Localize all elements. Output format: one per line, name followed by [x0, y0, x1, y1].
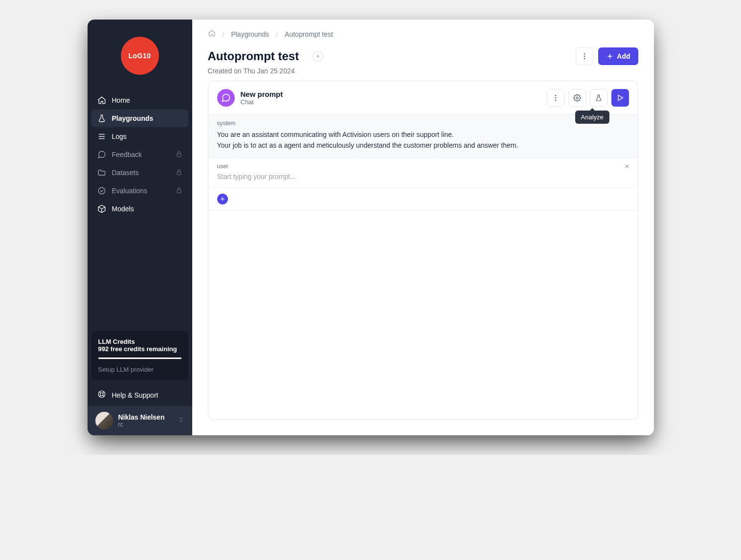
sidebar-item-label: Models: [112, 205, 134, 213]
lock-icon: [176, 151, 182, 159]
lifebuoy-icon: [97, 390, 106, 400]
prompt-title: New prompt: [241, 90, 283, 98]
svg-point-17: [584, 58, 585, 59]
sidebar-item-label: Feedback: [112, 151, 142, 158]
close-icon: [624, 163, 630, 169]
home-icon: [208, 29, 216, 37]
add-message-button[interactable]: [217, 194, 228, 204]
plus-icon: [219, 196, 226, 202]
breadcrumb-current: Autoprompt test: [285, 30, 333, 38]
svg-rect-3: [177, 154, 180, 157]
help-support-link[interactable]: Help & Support: [88, 384, 192, 406]
chat-icon: [97, 150, 106, 159]
nav: Home Playgrounds Logs Feedback: [88, 90, 192, 327]
svg-point-8: [100, 393, 103, 396]
credits-progress-bar: [98, 358, 181, 359]
lock-icon: [176, 187, 182, 195]
user-message-block[interactable]: user Start typing your prompt...: [208, 158, 638, 188]
folder-icon: [97, 168, 106, 177]
plus-icon: [606, 52, 614, 60]
svg-rect-4: [177, 172, 180, 175]
cube-icon: [97, 204, 106, 213]
sidebar-item-logs[interactable]: Logs: [91, 128, 188, 145]
remove-message-button[interactable]: [624, 163, 630, 171]
sidebar-item-label: Playgrounds: [112, 114, 154, 122]
flask-icon: [97, 114, 106, 123]
credits-title: LLM Credits: [98, 338, 181, 345]
sidebar: LoG10 Home Playgrounds Logs: [88, 20, 192, 435]
sidebar-item-playgrounds[interactable]: Playgrounds: [91, 110, 188, 127]
dots-vertical-icon: [552, 94, 560, 102]
svg-point-15: [584, 54, 585, 54]
user-switcher[interactable]: Niklas Nielsen rc: [88, 406, 192, 435]
system-message-text: You are an assistant communicating with …: [217, 130, 629, 151]
analyze-button[interactable]: [590, 89, 607, 107]
sidebar-item-datasets[interactable]: Datasets: [91, 164, 188, 181]
user-org: rc: [118, 421, 165, 428]
breadcrumb: / Playgrounds / Autoprompt test: [192, 20, 654, 39]
dots-vertical-icon: [581, 52, 588, 60]
sidebar-item-label: Home: [112, 96, 130, 104]
play-icon: [616, 94, 624, 102]
svg-point-5: [98, 187, 105, 194]
svg-point-20: [555, 95, 556, 96]
chevron-up-down-icon: [178, 416, 184, 425]
svg-line-12: [99, 395, 100, 397]
breadcrumb-playgrounds[interactable]: Playgrounds: [231, 30, 269, 38]
prompt-more-button[interactable]: [547, 89, 564, 107]
system-role-label: system: [217, 120, 629, 127]
check-circle-icon: [97, 186, 106, 195]
breadcrumb-home[interactable]: [208, 29, 216, 39]
sidebar-item-label: Logs: [112, 133, 127, 140]
svg-point-16: [584, 56, 585, 56]
prompt-card: New prompt Chat: [208, 81, 638, 420]
analyze-tooltip: Analyze: [575, 111, 609, 124]
sidebar-item-evaluations[interactable]: Evaluations: [91, 182, 188, 200]
svg-point-21: [555, 97, 556, 98]
add-tab-button[interactable]: [313, 51, 323, 62]
breadcrumb-separator: /: [276, 30, 278, 38]
sidebar-item-models[interactable]: Models: [91, 200, 188, 218]
logo-circle: LoG10: [121, 37, 159, 75]
list-icon: [97, 132, 106, 141]
created-on-label: Created on Thu Jan 25 2024: [192, 67, 654, 81]
app-window: LoG10 Home Playgrounds Logs: [88, 20, 654, 435]
prompt-card-header: New prompt Chat: [208, 81, 638, 115]
add-button-label: Add: [617, 52, 630, 60]
chat-bubble-icon: [217, 89, 235, 107]
plus-icon: [315, 53, 321, 59]
add-button[interactable]: Add: [598, 47, 638, 65]
credits-remaining: 992 free credits remaining: [98, 345, 181, 353]
setup-provider-link[interactable]: Setup LLM provider: [98, 366, 181, 373]
run-button[interactable]: [611, 89, 629, 107]
flask-icon: [595, 94, 603, 102]
main-content: / Playgrounds / Autoprompt test Autoprom…: [192, 20, 654, 435]
avatar: [95, 412, 113, 429]
sidebar-item-feedback[interactable]: Feedback: [91, 146, 188, 163]
lock-icon: [176, 169, 182, 177]
credits-box: LLM Credits 992 free credits remaining S…: [91, 331, 188, 380]
user-role-label: user: [217, 163, 629, 170]
svg-line-10: [103, 395, 104, 397]
logo: LoG10: [88, 20, 192, 90]
gear-icon: [573, 94, 581, 102]
user-name: Niklas Nielsen: [118, 413, 165, 421]
system-message-block[interactable]: system You are an assistant communicatin…: [208, 115, 638, 158]
svg-marker-24: [618, 95, 623, 101]
sidebar-item-home[interactable]: Home: [91, 91, 188, 109]
home-icon: [97, 96, 106, 105]
help-label: Help & Support: [112, 391, 158, 399]
page-title: Autoprompt test: [208, 49, 299, 63]
svg-rect-6: [177, 190, 180, 193]
sidebar-item-label: Evaluations: [112, 187, 147, 195]
settings-button[interactable]: [568, 89, 586, 107]
sidebar-item-label: Datasets: [112, 169, 139, 177]
svg-point-23: [576, 97, 578, 99]
svg-line-11: [103, 392, 104, 393]
svg-line-9: [99, 392, 100, 393]
breadcrumb-separator: /: [223, 30, 225, 38]
more-menu-button[interactable]: [576, 47, 593, 65]
prompt-subtitle: Chat: [241, 98, 283, 106]
svg-point-22: [555, 100, 556, 100]
user-input-placeholder[interactable]: Start typing your prompt...: [217, 173, 629, 180]
